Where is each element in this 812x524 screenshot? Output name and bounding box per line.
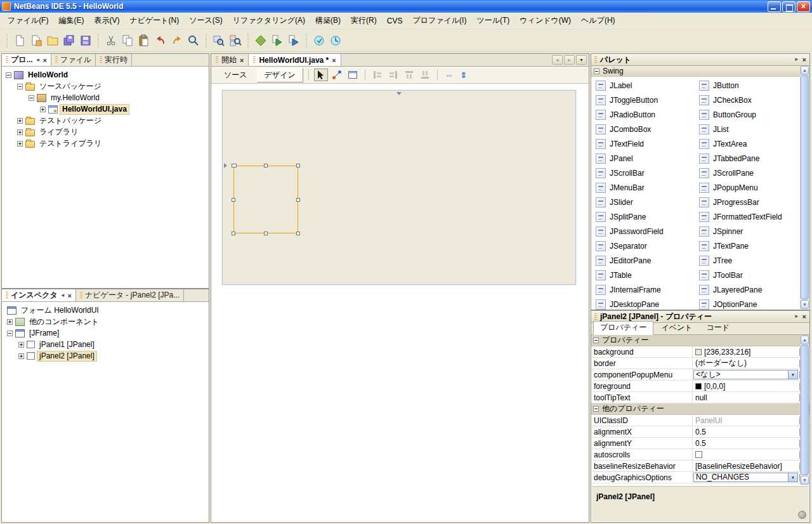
design-canvas[interactable]	[212, 84, 588, 521]
property-row-debuggraphicsoptions[interactable]: debugGraphicsOptions NO_CHANGES ...	[591, 472, 809, 483]
connection-mode-icon[interactable]	[330, 69, 344, 81]
property-group-properties[interactable]: プロパティー	[591, 335, 809, 346]
property-row-componentpopupmenu[interactable]: componentPopupMenu <なし> ...	[591, 369, 809, 381]
property-value[interactable]: NO_CHANGES	[693, 472, 799, 483]
palette-item[interactable]: JLayeredPane	[696, 282, 799, 297]
palette-item[interactable]: JPasswordField	[593, 224, 696, 239]
palette-item[interactable]: JTable	[593, 268, 696, 282]
menu-window[interactable]: ウィンドウ(W)	[514, 13, 576, 28]
align-bottom-icon[interactable]	[418, 69, 432, 81]
profile-icon[interactable]	[311, 32, 327, 49]
save-icon[interactable]	[77, 32, 94, 49]
palette-item[interactable]: JToggleButton	[593, 93, 696, 107]
align-left-icon[interactable]	[370, 69, 384, 81]
menu-help[interactable]: ヘルプ(H)	[576, 13, 620, 28]
palette-item[interactable]: JScrollPane	[696, 166, 799, 180]
tab-welcome[interactable]: 開始 ×	[211, 54, 249, 66]
tab-runtime[interactable]: 実行時	[96, 54, 132, 66]
property-value[interactable]: [0,0,0]	[693, 381, 799, 391]
tab-events[interactable]: イベント	[655, 322, 698, 334]
menu-refactor[interactable]: リファクタリング(A)	[228, 13, 310, 28]
align-right-icon[interactable]	[386, 69, 400, 81]
property-value[interactable]: <なし>	[693, 369, 799, 380]
menu-build[interactable]: 構築(B)	[310, 13, 346, 28]
property-row-border[interactable]: border (ボーダーなし) ...	[591, 358, 809, 369]
resize-handle[interactable]	[264, 164, 268, 167]
palette-item[interactable]: JButton	[696, 78, 799, 93]
expand-toggle[interactable]	[7, 319, 13, 325]
property-row-foreground[interactable]: foreground [0,0,0] ...	[591, 381, 809, 392]
resize-handle[interactable]	[232, 232, 235, 235]
tree-row-jpanel1[interactable]: jPanel1 [JPanel]	[2, 339, 209, 350]
collapse-toggle[interactable]	[593, 337, 599, 343]
tree-row-source-packages[interactable]: ソースパッケージ	[2, 81, 209, 92]
toolbar-grip[interactable]	[246, 34, 250, 48]
menu-edit[interactable]: 編集(E)	[53, 13, 89, 28]
scroll-down-icon[interactable]	[801, 300, 809, 309]
palette-scrollbar[interactable]	[800, 66, 809, 309]
minimize-window-icon[interactable]	[794, 57, 799, 62]
property-value[interactable]: 0.5	[693, 438, 799, 449]
jframe-form[interactable]	[222, 90, 576, 285]
open-project-icon[interactable]	[44, 32, 61, 49]
tab-properties[interactable]: プロパティー	[593, 321, 653, 335]
scroll-up-icon[interactable]	[801, 66, 809, 75]
palette-item[interactable]: JComboBox	[593, 122, 696, 136]
palette-item[interactable]: JTextArea	[696, 136, 799, 151]
expand-toggle[interactable]	[40, 107, 46, 112]
tab-files[interactable]: ファイル	[51, 54, 96, 66]
expand-toggle[interactable]	[18, 342, 24, 348]
dropdown-arrow-icon[interactable]	[788, 473, 797, 481]
save-all-icon[interactable]	[61, 32, 77, 49]
toolbar-grip[interactable]	[96, 34, 100, 48]
scrollbar-thumb[interactable]	[801, 345, 809, 475]
close-tab-icon[interactable]: ×	[43, 58, 47, 63]
replace-in-projects-icon[interactable]	[227, 32, 244, 49]
tree-row-test-libraries[interactable]: テストライブラリ	[2, 138, 209, 149]
checkbox-unchecked[interactable]	[695, 451, 702, 458]
palette-item[interactable]: JTextPane	[696, 239, 799, 253]
palette-item[interactable]: JTextField	[593, 136, 696, 151]
collapse-toggle[interactable]	[29, 95, 34, 101]
undo-icon[interactable]	[152, 32, 169, 49]
palette-item[interactable]: JSlider	[593, 195, 696, 209]
resize-vertical-icon[interactable]: ⇕	[457, 69, 470, 81]
expand-toggle[interactable]	[17, 129, 23, 135]
palette-item[interactable]: JMenuBar	[593, 180, 696, 195]
collapse-toggle[interactable]	[6, 72, 11, 78]
tab-inspector[interactable]: インスペクタ ×	[2, 289, 76, 301]
palette-item[interactable]: JTabbedPane	[696, 151, 799, 166]
toolbar-grip[interactable]	[304, 34, 308, 48]
property-value[interactable]: PanelUI	[693, 415, 799, 426]
scroll-tabs-right-icon[interactable]	[564, 55, 575, 65]
close-tab-icon[interactable]: ×	[332, 58, 336, 63]
palette-item[interactable]: JSeparator	[593, 239, 696, 253]
menu-tools[interactable]: ツール(T)	[471, 13, 514, 28]
menu-file[interactable]: ファイル(F)	[3, 13, 53, 28]
palette-item[interactable]: JPanel	[593, 151, 696, 166]
property-row-baselineresizebehavior[interactable]: baselineResizeBehavior [BaselineResizeBe…	[591, 461, 809, 472]
design-view-button[interactable]: デザイン	[257, 68, 303, 82]
scroll-tabs-left-icon[interactable]	[552, 55, 563, 65]
menu-navigate[interactable]: ナビゲート(N)	[124, 13, 184, 28]
value-combobox[interactable]: NO_CHANGES	[693, 473, 798, 482]
property-row-background[interactable]: background [236,233,216] ...	[591, 346, 809, 358]
property-value[interactable]	[693, 449, 799, 460]
toolbar-grip[interactable]	[5, 34, 9, 48]
palette-item[interactable]: JCheckBox	[696, 93, 799, 107]
collapse-toggle[interactable]	[594, 69, 599, 74]
palette-item[interactable]: JList	[696, 122, 799, 136]
palette-category-swing[interactable]: Swing	[591, 66, 809, 77]
palette-item[interactable]: JToolBar	[696, 268, 799, 282]
palette-item[interactable]: JOptionPane	[696, 297, 799, 310]
value-combobox[interactable]: <なし>	[693, 370, 798, 379]
menu-run[interactable]: 実行(R)	[346, 13, 382, 28]
property-value[interactable]: null	[693, 392, 799, 403]
minimize-window-icon[interactable]	[60, 293, 65, 298]
property-value[interactable]: 0.5	[693, 426, 799, 437]
palette-item[interactable]: JPopupMenu	[696, 180, 799, 195]
palette-header[interactable]: パレット ×	[591, 54, 809, 66]
property-row-autoscrolls[interactable]: autoscrolls ...	[591, 449, 809, 461]
palette-item[interactable]: JRadioButton	[593, 107, 696, 122]
toolbar-grip[interactable]	[204, 34, 208, 48]
